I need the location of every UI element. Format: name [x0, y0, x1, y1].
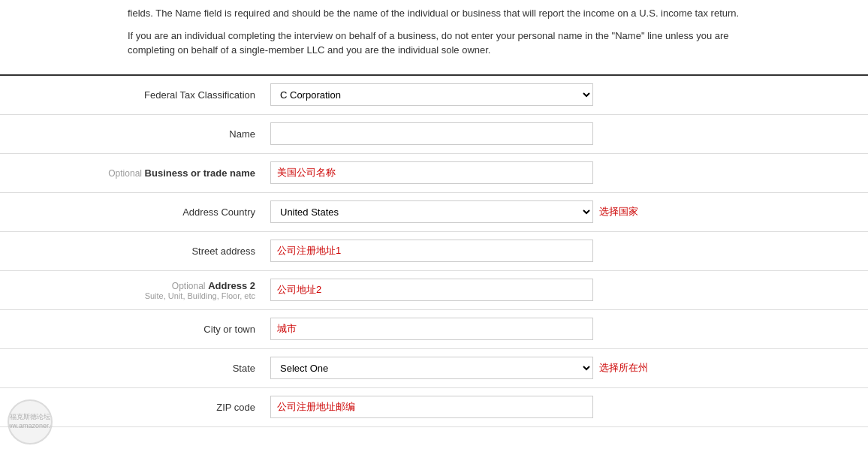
federal-tax-row: Federal Tax Classification C Corporation…: [0, 76, 868, 115]
business-input[interactable]: [270, 161, 593, 184]
zip-input[interactable]: [270, 396, 593, 418]
address-country-hint: 选择国家: [599, 205, 638, 218]
zip-input-cell: [270, 396, 868, 418]
street-label: Street address: [0, 246, 270, 257]
street-input-cell: [270, 240, 868, 262]
city-row: City or town: [0, 310, 868, 349]
address-country-label: Address Country: [0, 206, 270, 218]
intro-para1: fields. The Name field is required and s…: [128, 6, 740, 21]
federal-tax-select[interactable]: C Corporation S Corporation Partnership …: [270, 83, 593, 106]
name-label: Name: [0, 128, 270, 140]
zip-row: ZIP code: [0, 388, 868, 427]
address-country-input-cell: United States China Other 选择国家: [270, 200, 868, 223]
address-country-select[interactable]: United States China Other: [270, 200, 593, 223]
watermark: 福克斯德论坛 www.amazoner.cn: [8, 399, 53, 444]
address-country-row: Address Country United States China Othe…: [0, 193, 868, 232]
form-section: Federal Tax Classification C Corporation…: [0, 76, 868, 427]
federal-tax-select-wrapper: C Corporation S Corporation Partnership …: [270, 83, 593, 106]
name-input[interactable]: [270, 122, 593, 145]
federal-tax-label: Federal Tax Classification: [0, 89, 270, 101]
state-label: State: [0, 363, 270, 374]
state-input-cell: Select One Alabama Alaska Arizona Califo…: [270, 357, 868, 379]
main-container: fields. The Name field is required and s…: [0, 0, 868, 452]
state-select[interactable]: Select One Alabama Alaska Arizona Califo…: [270, 357, 593, 379]
street-row: Street address: [0, 232, 868, 271]
address2-input-cell: [270, 279, 868, 301]
name-input-cell: [270, 122, 868, 145]
city-input-cell: [270, 318, 868, 340]
watermark-text: 福克斯德论坛 www.amazoner.cn: [8, 413, 53, 430]
address2-row: Optional Address 2 Suite, Unit, Building…: [0, 271, 868, 310]
address-country-select-wrapper: United States China Other: [270, 200, 593, 223]
state-select-wrapper: Select One Alabama Alaska Arizona Califo…: [270, 357, 593, 379]
business-input-cell: [270, 161, 868, 184]
state-row: State Select One Alabama Alaska Arizona …: [0, 349, 868, 388]
state-select-group: Select One Alabama Alaska Arizona Califo…: [270, 357, 740, 379]
street-input[interactable]: [270, 240, 593, 262]
address2-input[interactable]: [270, 279, 593, 301]
state-hint: 选择所在州: [599, 361, 648, 375]
intro-para2: If you are an individual completing the …: [128, 29, 740, 58]
business-label: Optional Business or trade name: [0, 167, 270, 179]
city-input[interactable]: [270, 318, 593, 340]
address2-label: Optional Address 2 Suite, Unit, Building…: [0, 280, 270, 300]
business-row: Optional Business or trade name: [0, 154, 868, 193]
address-country-select-group: United States China Other 选择国家: [270, 200, 740, 223]
city-label: City or town: [0, 324, 270, 335]
federal-tax-input-cell: C Corporation S Corporation Partnership …: [270, 83, 868, 106]
watermark-circle: 福克斯德论坛 www.amazoner.cn: [8, 399, 53, 444]
intro-text: fields. The Name field is required and s…: [0, 0, 868, 76]
content-area: fields. The Name field is required and s…: [0, 0, 868, 427]
name-row: Name: [0, 115, 868, 154]
